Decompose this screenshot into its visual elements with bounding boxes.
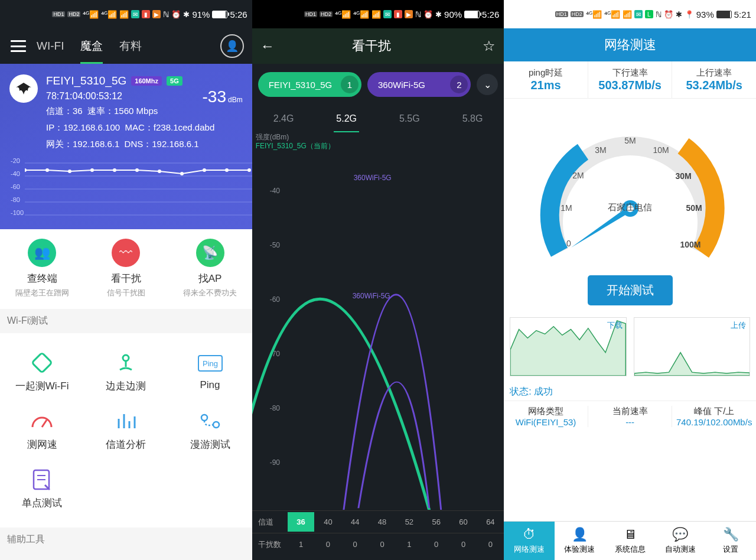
svg-point-6	[45, 168, 49, 172]
item-ping[interactable]: PingPing	[168, 343, 252, 401]
nav-experience[interactable]: 👤体验测速	[555, 522, 605, 560]
svg-text:2M: 2M	[572, 171, 584, 180]
ssid: FEIYI_5310_5G	[46, 74, 126, 87]
nav-speed[interactable]: ⏱网络测速	[504, 522, 554, 560]
stat-ping: ping时延21ms	[504, 61, 588, 98]
badge-5g: 5G	[167, 76, 183, 86]
svg-point-8	[90, 168, 94, 172]
speed-gauge: 0 1M 2M 3M 5M 10M 30M 50M 100M 石家庄电信 开始测…	[504, 99, 756, 317]
svg-point-17	[123, 355, 129, 361]
signal-strength: -33dBm	[203, 87, 243, 106]
tool-interference[interactable]: 〰 看干扰信号干扰图	[84, 239, 168, 298]
gauge-icon: ⏱	[504, 525, 554, 544]
router-icon: 📡	[196, 239, 224, 267]
svg-text:50M: 50M	[686, 203, 702, 213]
svg-point-7	[68, 170, 71, 173]
svg-text:100M: 100M	[680, 240, 700, 249]
section-wifi-test: Wi-Fi测试	[0, 309, 252, 333]
stat-up: 上行速率53.24Mb/s	[672, 61, 756, 98]
wifi-logo-icon	[9, 74, 38, 103]
interference-row: 干扰数 10 00 10 00	[252, 533, 504, 555]
svg-text:3M: 3M	[595, 145, 606, 155]
wave-icon: 〰	[112, 239, 140, 267]
ssid-chip-2[interactable]: 360WiFi-5G2	[367, 72, 471, 97]
page-title: 网络测速	[504, 28, 756, 61]
band-58g[interactable]: 5.8G	[441, 105, 504, 132]
svg-text:30M: 30M	[675, 171, 691, 181]
nav-sysinfo[interactable]: 🖥系统信息	[605, 522, 655, 560]
svg-point-10	[135, 168, 139, 172]
item-speed[interactable]: 测网速	[0, 401, 84, 460]
svg-point-5	[25, 168, 27, 172]
band-52g[interactable]: 5.2G	[315, 105, 378, 132]
star-icon[interactable]: ☆	[483, 38, 496, 54]
chevron-down-icon[interactable]: ⌄	[477, 74, 498, 95]
channel-row: 信道 36 4044 4852 5660 64	[252, 510, 504, 533]
item-walk-test[interactable]: 边走边测	[84, 343, 168, 401]
bottom-nav: ⏱网络测速 👤体验测速 🖥系统信息 💬自动测速 🔧设置	[504, 521, 756, 560]
svg-marker-43	[634, 353, 750, 376]
signal-sparkline: -20 -40 -60 -80 -100	[9, 157, 243, 222]
svg-point-13	[203, 168, 206, 172]
statusbar: HD1HD2 ⁴ᴳ📶⁴ᴳ📶📶 ✉L ℕ⏰✱📍 93% 5:21	[504, 0, 756, 28]
item-channel[interactable]: 信道分析	[84, 401, 168, 460]
tool-terminal[interactable]: 👥 查终端隔壁老王在蹭网	[0, 239, 84, 298]
svg-point-9	[113, 168, 116, 172]
svg-point-14	[225, 168, 229, 172]
svg-text:Ping: Ping	[202, 359, 217, 368]
meta-peak: 峰值 下/上740.19/102.00Mb/s	[672, 406, 756, 427]
wifi-card: FEIYI_5310_5G 160Mhz 5G 78:71:04:00:53:1…	[0, 64, 252, 229]
svg-point-12	[180, 172, 184, 175]
wrench-icon: 🔧	[706, 525, 756, 544]
isp-label: 石家庄电信	[608, 202, 652, 213]
bssid: 78:71:04:00:53:12	[46, 91, 183, 102]
users-icon: 👥	[28, 239, 56, 267]
ssid-chip-1[interactable]: FEIYI_5310_5G1	[258, 72, 361, 97]
item-single[interactable]: 单点测试	[0, 460, 84, 518]
item-group-test[interactable]: 一起测Wi-Fi	[0, 343, 84, 401]
svg-point-15	[247, 168, 251, 172]
svg-text:5M: 5M	[624, 136, 636, 145]
svg-point-26	[213, 422, 219, 428]
status-line: 状态: 成功	[504, 383, 756, 401]
svg-text:0: 0	[566, 239, 571, 248]
band-24g[interactable]: 2.4G	[252, 105, 315, 132]
app-tabbar: WI-FI 魔盒 有料 👤	[0, 28, 252, 64]
statusbar: HD1HD2 ⁴ᴳ📶⁴ᴳ📶📶 ✉▮▶ ℕ⏰✱ 90% 5:26	[252, 0, 504, 28]
section-aux: 辅助工具	[0, 528, 252, 552]
band-tabs: 2.4G 5.2G 5.5G 5.8G	[252, 105, 504, 132]
download-sparkline: 下载	[510, 317, 626, 376]
svg-rect-16	[32, 353, 52, 373]
svg-text:10M: 10M	[653, 145, 669, 155]
menu-icon[interactable]	[11, 40, 26, 52]
stat-down: 下行速率503.87Mb/s	[588, 61, 673, 98]
svg-point-25	[201, 415, 207, 421]
chat-icon: 💬	[655, 525, 705, 544]
tab-youliao[interactable]: 有料	[119, 28, 142, 64]
svg-text:1M: 1M	[561, 203, 572, 213]
svg-point-11	[158, 170, 161, 173]
upload-sparkline: 上传	[634, 317, 750, 376]
plot-svg	[252, 132, 504, 510]
person-icon: 👤	[555, 525, 605, 544]
tab-mohe[interactable]: 魔盒	[80, 28, 103, 64]
tool-findap[interactable]: 📡 找AP得来全不费功夫	[168, 239, 252, 298]
nav-auto[interactable]: 💬自动测速	[655, 522, 705, 560]
badge-160mhz: 160Mhz	[131, 76, 162, 86]
nav-settings[interactable]: 🔧设置	[706, 522, 756, 560]
svg-line-20	[42, 420, 47, 427]
page-title: 看干扰	[260, 37, 483, 55]
band-55g[interactable]: 5.5G	[378, 105, 441, 132]
item-roam[interactable]: 漫游测试	[168, 401, 252, 460]
interference-plot: 强度(dBm) FEIYI_5310_5G（当前） 360WiFi-5G 360…	[252, 132, 504, 510]
tab-wifi[interactable]: WI-FI	[37, 28, 64, 64]
monitor-icon: 🖥	[605, 525, 655, 544]
meta-current: 当前速率---	[588, 406, 673, 427]
statusbar: HD1HD2 ⁴ᴳ📶⁴ᴳ📶📶 ✉▮▶ ℕ⏰✱ 91% 5:26	[0, 0, 252, 28]
meta-nettype: 网络类型WiFi(FEIYI_53)	[504, 406, 588, 427]
profile-icon[interactable]: 👤	[220, 34, 244, 58]
